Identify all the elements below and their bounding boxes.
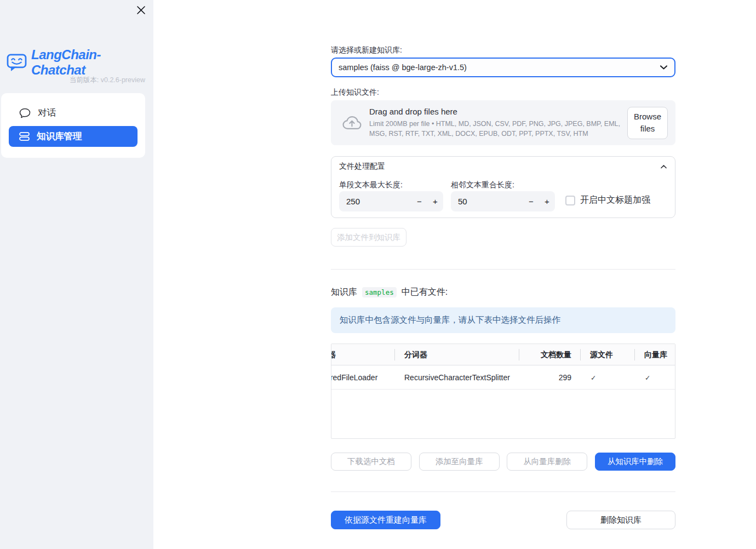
app-logo: LangChain-Chatchat <box>7 47 153 78</box>
expander-header[interactable]: 文件处理配置 <box>331 157 675 176</box>
app-page: LangChain-Chatchat 当前版本: v0.2.6-preview … <box>0 0 756 549</box>
column-separator <box>394 349 395 361</box>
chevron-down-icon <box>660 65 668 70</box>
kb-select-label: 请选择或新建知识库: <box>331 45 402 55</box>
browse-files-button[interactable]: Browse files <box>627 107 668 139</box>
column-separator <box>634 349 635 361</box>
delete-from-kb-button[interactable]: 从知识库中删除 <box>595 453 675 471</box>
minus-icon: − <box>417 197 422 206</box>
minus-icon: − <box>529 197 534 206</box>
cell-splitter: RecursiveCharacterTextSplitter <box>404 373 510 382</box>
heading-suffix: 中已有文件: <box>402 287 448 298</box>
chunk-increment-button[interactable]: + <box>427 191 443 211</box>
overlap-size-input: 50 − + <box>451 191 555 211</box>
file-dropzone[interactable]: Drag and drop files here Limit 200MB per… <box>331 100 675 145</box>
column-separator <box>519 349 519 361</box>
chat-bubble-icon <box>19 108 31 118</box>
table-row[interactable]: UnstructuredFileLoader RecursiveCharacte… <box>331 365 675 390</box>
sidebar: LangChain-Chatchat 当前版本: v0.2.6-preview … <box>0 0 153 549</box>
delete-kb-base-button[interactable]: 删除知识库 <box>566 511 675 529</box>
delete-from-vector-store-button[interactable]: 从向量库删除 <box>507 453 587 471</box>
column-header-loader: 文档加载器 <box>331 350 336 360</box>
overlap-decrement-button[interactable]: − <box>523 191 539 211</box>
plus-icon: + <box>433 197 438 206</box>
dropzone-instructions: Drag and drop files here Limit 200MB per… <box>369 107 627 139</box>
column-header-doc-count: 文档数量 <box>519 350 571 360</box>
dropzone-file-limits: Limit 200MB per file • HTML, MD, JSON, C… <box>369 119 622 139</box>
divider <box>331 491 675 492</box>
file-config-expander: 文件处理配置 单段文本最大长度: 相邻文本重合长度: 250 − + 50 − … <box>331 156 675 218</box>
overlap-size-value[interactable]: 50 <box>451 197 523 206</box>
cell-loader: UnstructuredFileLoader <box>331 373 377 382</box>
kb-select[interactable]: samples (faiss @ bge-large-zh-v1.5) <box>331 58 675 77</box>
add-files-to-kb-button[interactable]: 添加文件到知识库 <box>331 228 406 247</box>
checkbox-icon <box>565 196 575 205</box>
check-icon: ✓ <box>645 374 650 382</box>
sidebar-item-dialogue[interactable]: 对话 <box>9 102 138 124</box>
rebuild-vector-store-button[interactable]: 依据源文件重建向量库 <box>331 511 440 529</box>
table-header-row: 文档加载器 分词器 文档数量 源文件 向量库 <box>331 344 675 365</box>
add-to-vector-store-button[interactable]: 添加至向量库 <box>419 453 500 471</box>
sidebar-item-kb-management[interactable]: 知识库管理 <box>9 126 138 147</box>
sidebar-item-label: 知识库管理 <box>37 130 82 142</box>
check-icon: ✓ <box>591 374 596 382</box>
sidebar-menu: 对话 知识库管理 <box>1 93 145 158</box>
chevron-up-icon <box>660 164 667 169</box>
version-text: 当前版本: v0.2.6-preview <box>70 76 145 85</box>
file-action-buttons: 下载选中文档 添加至向量库 从向量库删除 从知识库中删除 <box>331 453 675 471</box>
overlap-size-label: 相邻文本重合长度: <box>451 180 514 190</box>
kb-select-value: samples (faiss @ bge-large-zh-v1.5) <box>339 63 660 72</box>
kb-stack-icon <box>19 132 30 141</box>
dropzone-title: Drag and drop files here <box>369 107 622 116</box>
logo-title: LangChain-Chatchat <box>31 47 153 78</box>
chunk-size-value[interactable]: 250 <box>339 197 411 206</box>
column-header-vector-store: 向量库 <box>644 350 667 360</box>
chunk-size-input: 250 − + <box>339 191 443 211</box>
upload-cloud-icon <box>341 114 363 131</box>
column-separator <box>580 349 581 361</box>
upload-label: 上传知识文件: <box>331 88 379 98</box>
column-header-source-file: 源文件 <box>590 350 613 360</box>
cell-doc-count: 299 <box>519 373 571 382</box>
kb-files-table[interactable]: 文档加载器 分词器 文档数量 源文件 向量库 UnstructuredFileL… <box>331 344 675 439</box>
version-label: 当前版本: <box>70 76 99 84</box>
info-banner: 知识库中包含源文件与向量库，请从下表中选择文件后操作 <box>331 307 675 333</box>
close-icon <box>136 5 146 15</box>
chat-smiley-logo-icon <box>7 54 27 72</box>
divider <box>331 269 675 270</box>
overlap-increment-button[interactable]: + <box>539 191 555 211</box>
close-sidebar-button[interactable] <box>135 4 146 15</box>
kb-files-heading: 知识库 samples 中已有文件: <box>331 287 448 298</box>
info-banner-text: 知识库中包含源文件与向量库，请从下表中选择文件后操作 <box>340 314 560 326</box>
download-selected-button[interactable]: 下载选中文档 <box>331 453 411 471</box>
plus-icon: + <box>545 197 549 206</box>
chunk-decrement-button[interactable]: − <box>411 191 427 211</box>
kb-name-code: samples <box>362 287 397 298</box>
version-value: v0.2.6-preview <box>101 76 145 84</box>
expander-title: 文件处理配置 <box>339 162 660 171</box>
chunk-size-label: 单段文本最大长度: <box>339 180 403 190</box>
column-header-splitter: 分词器 <box>404 350 427 360</box>
sidebar-item-label: 对话 <box>38 107 56 119</box>
checkbox-label: 开启中文标题加强 <box>580 195 650 206</box>
zh-title-enhance-checkbox[interactable]: 开启中文标题加强 <box>565 195 650 206</box>
heading-prefix: 知识库 <box>331 287 357 298</box>
